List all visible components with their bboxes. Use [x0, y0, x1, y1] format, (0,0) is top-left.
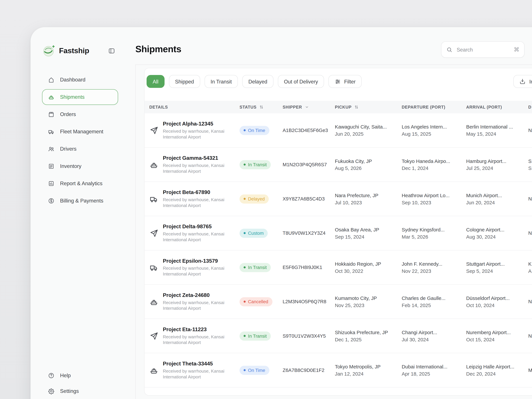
filter-button[interactable]: Filter: [329, 75, 361, 88]
shipper-id: E5F6G7H8I9J0K1: [283, 265, 335, 270]
pickup-cell: Kumamoto City, JPNov 25, 2023: [335, 295, 402, 309]
sidebar-item-orders[interactable]: Orders: [42, 107, 118, 122]
arrival-cell: Nuremberg Airport...Oct 15, 2024: [466, 329, 528, 343]
table-row[interactable]: Project Zeta-24680Received by warrhouse,…: [145, 285, 532, 319]
search-box[interactable]: ⌘: [441, 41, 525, 58]
shipment-note: Received by warrhouse, Kansai Internatio…: [163, 334, 228, 345]
chart-icon: [48, 180, 55, 187]
sidebar-item-label: Shipments: [60, 94, 85, 100]
status-badge: Delayed: [240, 194, 269, 203]
plane-icon: [149, 331, 158, 341]
ship-icon: [48, 94, 55, 101]
departure-cell: Los Angeles Intern...Aug 15, 2025: [402, 123, 466, 137]
sidebar-toggle-icon[interactable]: [108, 47, 116, 55]
status-badge: Custom: [240, 228, 268, 238]
status-dot: [244, 369, 246, 371]
sidebar-item-inventory[interactable]: Inventory: [42, 158, 118, 174]
search-input[interactable]: [456, 46, 510, 53]
shipper-id: A1B2C3D4E5F6Ge3: [283, 127, 335, 133]
filter-chip-delayed[interactable]: Delayed: [242, 75, 273, 88]
sidebar-item-label: Settings: [60, 388, 79, 394]
shipment-note: Received by warrhouse, Kansai Internatio…: [163, 266, 228, 277]
status-dot: [244, 266, 246, 268]
departure-cell: Changi Airport...Jul 30, 2024: [402, 329, 466, 343]
departure-cell: Sydney Kingsford...Mar 5, 2026: [402, 226, 466, 240]
filter-button-label: Filter: [344, 78, 356, 84]
departure-cell: Heathrow Airport Lo...Sep 10, 2023: [402, 192, 466, 206]
table-row[interactable]: Project Beta-67890Received by warrhouse,…: [145, 182, 532, 216]
sidebar-item-label: Drivers: [60, 146, 76, 152]
shipment-note: Received by warrhouse, Kansai Internatio…: [163, 197, 228, 208]
shipment-note: Received by warrhouse, Kansai Internatio…: [163, 368, 228, 380]
table-row[interactable]: Project Epsilon-13579Received by warrhou…: [145, 250, 532, 285]
ship-icon: [149, 297, 158, 306]
status-dot: [244, 198, 246, 200]
search-icon: [446, 46, 453, 53]
extra-cell: N: [528, 230, 532, 237]
extra-cell: N: [528, 127, 532, 134]
status-dot: [244, 301, 246, 303]
column-header-shipper[interactable]: SHIPPER: [283, 105, 335, 110]
sidebar-item-dashboard[interactable]: Dashboard: [42, 72, 118, 88]
table-row[interactable]: Project Delta-98765Received by warrhouse…: [145, 216, 532, 250]
filter-icon: [335, 78, 341, 85]
extra-cell: KA: [528, 260, 532, 274]
column-header-pickup[interactable]: PICKUP: [335, 105, 402, 110]
arrival-cell: Leipzig Halle Airport...Dec 20, 2024: [466, 363, 528, 377]
arrival-cell: Berlin International ...May 15, 2024: [466, 123, 528, 137]
table-row[interactable]: Project Alpha-12345Received by warrhouse…: [145, 113, 532, 148]
sidebar-divider: [135, 64, 136, 399]
column-header-details: DETAILS: [149, 105, 240, 110]
arrival-cell: Stuttgart Airport...Sep 5, 2024: [466, 260, 528, 274]
import-icon: [519, 78, 526, 85]
filter-chip-in-transit[interactable]: In Transit: [204, 75, 238, 88]
shipper-id: Z6A7B8C9D0E1F2: [283, 367, 335, 373]
dollar-icon: [48, 197, 55, 204]
table-row[interactable]: Project Gamma-54321Received by warrhouse…: [145, 148, 532, 182]
cmd-key-hint: ⌘: [514, 46, 519, 53]
shipment-note: Received by warrhouse, Kansai Internatio…: [163, 163, 228, 174]
sidebar-item-fleet-management[interactable]: Fleet Management: [42, 124, 118, 139]
column-header-extra: D: [528, 105, 532, 110]
sidebar-item-label: Inventory: [60, 163, 81, 169]
desktop-background: Fastship Shipments ⌘ Dashboard Shipments…: [0, 0, 532, 399]
table-row[interactable]: Project Theta-33445Received by warrhouse…: [145, 353, 532, 387]
sidebar-item-label: Billing & Payments: [60, 198, 103, 204]
sidebar-item-billing-payments[interactable]: Billing & Payments: [42, 193, 118, 209]
shipment-name: Project Delta-98765: [163, 224, 230, 230]
sidebar-item-report-analytics[interactable]: Report & Analytics: [42, 176, 118, 191]
status-badge: On Time: [240, 126, 269, 135]
sort-icon: [354, 105, 359, 110]
sidebar-item-drivers[interactable]: Drivers: [42, 141, 118, 157]
sidebar-item-label: Orders: [60, 111, 76, 117]
shipment-note: Received by warrhouse, Kansai Internatio…: [163, 231, 228, 243]
header-divider: [135, 64, 532, 65]
page-title: Shipments: [135, 44, 181, 55]
table-header: DETAILS STATUS SHIPPER PICKUP DEPARTURE …: [145, 101, 532, 113]
status-dot: [244, 129, 246, 131]
sidebar-item-help[interactable]: Help: [42, 368, 118, 383]
filter-chip-shipped[interactable]: Shipped: [169, 75, 200, 88]
sidebar-item-settings[interactable]: Settings: [42, 383, 118, 399]
sort-icon: [259, 105, 264, 110]
column-header-departure: DEPARTURE (PORT): [402, 105, 466, 110]
filter-chip-out-of-delivery[interactable]: Out of Delivery: [278, 75, 324, 88]
status-badge: In Transit: [240, 263, 271, 272]
extra-cell: SS: [528, 158, 532, 171]
status-badge: In Transit: [240, 331, 271, 341]
sidebar-item-shipments[interactable]: Shipments: [42, 89, 118, 105]
arrival-cell: Düsseldorf Airport...Oct 10, 2024: [466, 295, 528, 309]
plane-icon: [149, 228, 158, 238]
ship-icon: [149, 160, 158, 169]
import-button[interactable]: Import: [513, 75, 532, 88]
status-dot: [244, 164, 246, 165]
departure-cell: John F. Kennedy...Nov 22, 2023: [402, 260, 466, 274]
shipment-name: Project Eta-11223: [163, 326, 230, 332]
sidebar-item-label: Dashboard: [60, 77, 85, 83]
filter-chip-all[interactable]: All: [147, 75, 165, 88]
table-row[interactable]: Project Eta-11223Received by warrhouse, …: [145, 319, 532, 353]
column-header-status[interactable]: STATUS: [240, 105, 283, 110]
column-header-arrival: ARRIVAL (PORT): [466, 105, 528, 110]
arrival-cell: Cologne Airport...Aug 30, 2024: [466, 226, 528, 240]
shipment-name: Project Beta-67890: [163, 189, 230, 196]
